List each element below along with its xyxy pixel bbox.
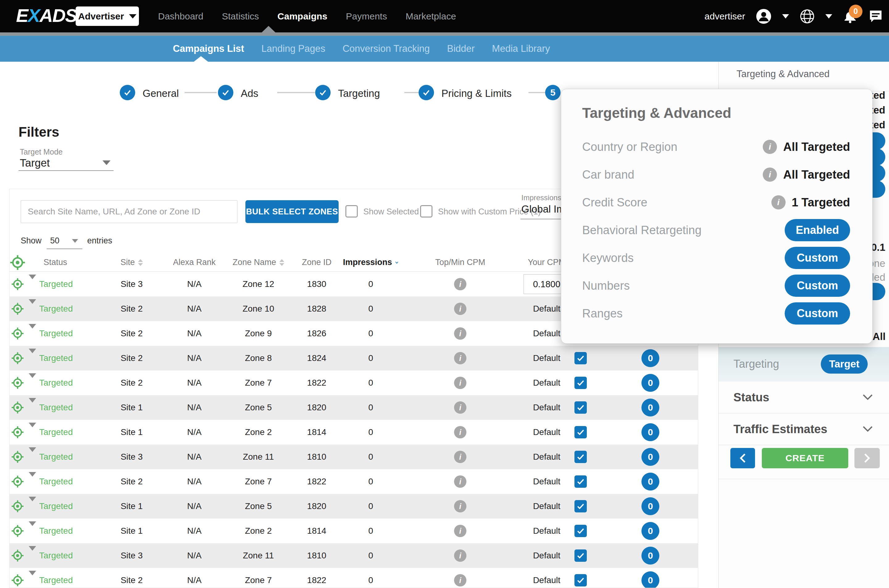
target-toggle-icon[interactable] xyxy=(11,352,24,364)
tab-conversion-tracking[interactable]: Conversion Tracking xyxy=(342,43,430,54)
column-status[interactable]: Status xyxy=(39,258,101,267)
exads-logo[interactable]: EXADS xyxy=(16,5,77,26)
step-targeting-circle[interactable] xyxy=(315,85,330,100)
zone-count-pill[interactable]: 0 xyxy=(641,423,659,441)
nav-marketplace[interactable]: Marketplace xyxy=(405,11,456,22)
notifications-bell-icon[interactable]: 0 xyxy=(843,9,857,24)
user-avatar[interactable] xyxy=(755,8,772,24)
info-icon[interactable]: i xyxy=(763,168,777,182)
cpm-info-icon[interactable]: i xyxy=(454,476,466,488)
target-toggle-icon[interactable] xyxy=(11,475,24,488)
popover-row-pill-button[interactable]: Custom xyxy=(785,302,850,324)
cpm-info-icon[interactable]: i xyxy=(454,278,466,290)
popover-row-pill-button[interactable]: Custom xyxy=(785,274,850,297)
info-icon[interactable]: i xyxy=(771,195,785,210)
row-expand-caret[interactable] xyxy=(29,496,36,511)
target-toggle-icon[interactable] xyxy=(11,525,24,537)
column-zone-id[interactable]: Zone ID xyxy=(290,258,343,267)
bulk-select-zones-button[interactable]: BULK SELECT ZONES xyxy=(245,200,339,223)
zone-count-pill[interactable]: 0 xyxy=(641,374,659,392)
show-selected-checkbox[interactable] xyxy=(345,205,358,218)
zone-select-checkbox[interactable] xyxy=(574,525,587,537)
cpm-info-icon[interactable]: i xyxy=(454,303,466,315)
nav-payments[interactable]: Payments xyxy=(346,11,387,22)
show-custom-price-checkbox[interactable] xyxy=(420,205,432,218)
zone-count-pill[interactable]: 0 xyxy=(641,472,659,490)
cpm-info-icon[interactable]: i xyxy=(454,376,466,389)
row-expand-caret[interactable] xyxy=(29,472,36,486)
nav-dashboard[interactable]: Dashboard xyxy=(158,11,203,22)
row-expand-caret[interactable] xyxy=(29,423,36,437)
cpm-info-icon[interactable]: i xyxy=(454,401,466,414)
nav-campaigns[interactable]: Campaigns xyxy=(278,11,327,22)
step-5-circle[interactable]: 5 xyxy=(545,85,560,100)
tab-landing-pages[interactable]: Landing Pages xyxy=(261,43,325,54)
create-button[interactable]: CREATE xyxy=(762,448,848,468)
zone-count-pill[interactable]: 0 xyxy=(641,547,659,564)
traffic-estimates-accordion[interactable]: Traffic Estimates xyxy=(719,413,889,445)
row-expand-caret[interactable] xyxy=(29,299,36,314)
target-toggle-icon[interactable] xyxy=(11,278,24,291)
tab-media-library[interactable]: Media Library xyxy=(492,43,550,54)
account-type-button[interactable]: Advertiser xyxy=(76,6,139,26)
popover-row-pill-button[interactable]: Enabled xyxy=(785,219,850,241)
zone-select-checkbox[interactable] xyxy=(574,426,587,438)
popover-row-pill-button[interactable]: Custom xyxy=(785,247,850,269)
column-impressions[interactable]: Impressions xyxy=(343,258,398,267)
target-toggle-icon[interactable] xyxy=(11,401,24,414)
row-expand-caret[interactable] xyxy=(29,324,36,338)
zone-count-pill[interactable]: 0 xyxy=(641,448,659,466)
zone-select-checkbox[interactable] xyxy=(574,574,587,586)
zone-select-checkbox[interactable] xyxy=(574,500,587,512)
row-expand-caret[interactable] xyxy=(29,447,36,462)
zone-select-checkbox[interactable] xyxy=(574,476,587,488)
language-globe-icon[interactable] xyxy=(799,9,815,24)
cpm-info-icon[interactable]: i xyxy=(454,352,466,364)
cpm-info-icon[interactable]: i xyxy=(454,549,466,562)
page-size-select[interactable]: 50 xyxy=(47,236,83,246)
target-toggle-icon[interactable] xyxy=(11,426,24,439)
row-expand-caret[interactable] xyxy=(29,521,36,536)
target-toggle-icon[interactable] xyxy=(11,574,24,587)
language-menu-chevron[interactable] xyxy=(825,14,832,18)
row-expand-caret[interactable] xyxy=(29,398,36,412)
account-menu-chevron[interactable] xyxy=(782,14,789,18)
previous-step-button[interactable] xyxy=(730,448,755,468)
tab-campaigns-list[interactable]: Campaigns List xyxy=(173,43,244,54)
column-top-min-cpm[interactable]: Top/Min CPM xyxy=(398,258,522,267)
cpm-info-icon[interactable]: i xyxy=(454,327,466,340)
column-alexa-rank[interactable]: Alexa Rank xyxy=(162,258,226,267)
target-toggle-icon[interactable] xyxy=(11,549,24,562)
zone-select-checkbox[interactable] xyxy=(574,376,587,389)
zone-count-pill[interactable]: 0 xyxy=(641,497,659,515)
status-accordion[interactable]: Status xyxy=(719,382,889,413)
target-toggle-icon[interactable] xyxy=(11,500,24,513)
cpm-info-icon[interactable]: i xyxy=(454,525,466,537)
zone-search-input[interactable] xyxy=(21,200,237,223)
zone-select-checkbox[interactable] xyxy=(574,352,587,364)
target-toggle-icon[interactable] xyxy=(11,450,24,464)
target-toggle-icon[interactable] xyxy=(11,302,24,315)
row-expand-caret[interactable] xyxy=(29,546,36,560)
zone-count-pill[interactable]: 0 xyxy=(641,522,659,540)
zone-select-checkbox[interactable] xyxy=(574,549,587,562)
row-expand-caret[interactable] xyxy=(29,274,36,289)
nav-statistics[interactable]: Statistics xyxy=(222,11,259,22)
zone-select-checkbox[interactable] xyxy=(574,401,587,414)
cpm-info-icon[interactable]: i xyxy=(454,451,466,463)
column-site[interactable]: Site xyxy=(101,258,162,267)
target-mode-chevron[interactable] xyxy=(102,160,111,165)
zone-count-pill[interactable]: 0 xyxy=(641,399,659,417)
step-pricing-circle[interactable] xyxy=(419,85,434,100)
step-general-circle[interactable] xyxy=(120,85,135,100)
row-expand-caret[interactable] xyxy=(29,571,36,585)
targeting-mode-pill[interactable]: Target xyxy=(821,354,868,374)
target-all-icon[interactable] xyxy=(10,255,26,270)
row-expand-caret[interactable] xyxy=(29,349,36,363)
row-expand-caret[interactable] xyxy=(29,373,36,387)
target-mode-select[interactable]: Target xyxy=(20,157,50,169)
info-icon[interactable]: i xyxy=(763,140,777,154)
chat-icon[interactable] xyxy=(868,9,883,24)
zone-count-pill[interactable]: 0 xyxy=(641,349,659,367)
tab-bidder[interactable]: Bidder xyxy=(447,43,475,54)
